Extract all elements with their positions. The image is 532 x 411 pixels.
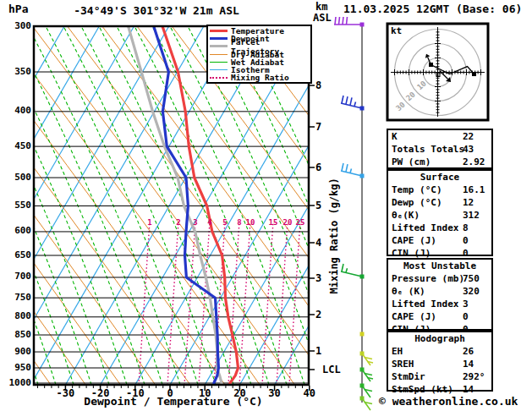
storm-motion-marker [472,72,476,76]
temp-tick-label: 30 [258,388,292,399]
temp-tick-label: -20 [84,388,118,399]
hodograph-unit-label: kt [391,26,402,36]
pressure-tick-label: 950 [7,363,31,373]
mixing-ratio-value-label: 4 [202,218,217,227]
stats-row: Dewp (°C)12 [388,196,491,209]
stats-row-value: 0 [463,234,469,247]
km-tick-label: 1 [315,346,321,357]
stats-box-title: Most Unstable [388,260,491,272]
pressure-tick-label: 800 [7,311,31,321]
stats-row: Totals Totals43 [388,143,491,156]
stats-row: StmDir292° [388,370,491,383]
stats-row-label: Pressure (mb) [392,273,464,284]
stats-row-value: 3 [463,298,469,310]
stats-row: θₑ(K)312 [388,209,491,222]
stats-row-label: Lifted Index [392,222,458,233]
stats-row-label: CAPE (J) [392,235,436,246]
stats-box-title: Surface [388,171,491,184]
stats-row: CAPE (J)0 [388,310,491,323]
legend-line-swatch [210,45,228,47]
wind-barb-icon [341,264,365,279]
pressure-tick-label: 550 [7,200,31,211]
temp-tick-label: 0 [153,388,187,399]
stats-row-value: 14 [463,383,474,396]
km-tick-label: 5 [315,200,321,211]
pressure-tick-label: 500 [7,173,31,183]
km-tick-label: 2 [315,310,321,321]
stats-row: EH26 [388,345,491,358]
pressure-unit-label: hPa [8,3,28,15]
legend-item-label: Mixing Ratio [231,73,289,82]
temp-tick-label: -10 [118,388,152,399]
wind-barb-icon [341,163,365,178]
pressure-tick-label: 750 [7,293,31,303]
stats-row-label: θₑ (K) [392,286,425,297]
legend-line-swatch [210,30,228,32]
stats-row-value: 750 [463,272,480,285]
mixing-ratio-value-label: 25 [293,218,308,227]
pressure-tick-label: 900 [7,347,31,357]
stats-row-value: 2.92 [463,156,485,168]
surface-stats-box: SurfaceTemp (°C)16.1Dewp (°C)12θₑ(K)312L… [387,169,493,256]
lcl-label: LCL [322,364,341,375]
stats-box-title: Hodograph [388,332,491,345]
temp-tick-label: 40 [293,388,326,399]
mixing-ratio-value-label: 5 [217,218,233,227]
temp-tick-label: 20 [222,388,256,399]
stats-row: Pressure (mb)750 [388,272,491,285]
km-tick-label: 4 [315,238,321,249]
mixing-ratio-value-label: 1 [142,218,157,227]
temp-tick-label: 10 [188,388,222,399]
legend-line-swatch [210,62,228,63]
hodograph-stats-box: HodographEH26SREH14StmDir292°StmSpd (kt)… [387,331,493,392]
stats-row-value: 0 [463,310,469,323]
stats-row: Temp (°C)16.1 [388,184,491,196]
stats-row-value: 14 [463,358,474,370]
asl-unit-label: ASL [313,13,332,24]
legend-line-swatch [210,37,228,40]
stats-row-label: CAPE (J) [392,311,436,322]
most-unstable-stats-box: Most UnstablePressure (mb)750θₑ (K)320Li… [387,258,493,331]
stats-row-label: θₑ(K) [392,210,420,221]
stats-row-value: 8 [463,222,469,234]
stats-row-value: 26 [463,345,474,358]
pressure-tick-label: 1000 [7,378,31,388]
stats-row-value: 16.1 [463,184,485,196]
stats-row: PW (cm)2.92 [388,156,491,168]
stats-row-label: SREH [392,359,414,370]
stats-row-label: K [392,131,398,142]
wind-barb-icon [341,96,365,111]
stats-row: Lifted Index3 [388,298,491,310]
wind-barb-icon [360,397,373,411]
wind-barb-icon [360,332,365,337]
stats-row: CAPE (J)0 [388,234,491,247]
stats-row-value: 22 [463,130,474,143]
legend-box: TemperatureDewpointParcel TrajectoryDry … [206,25,312,84]
mixing-ratio-value-label: 3 [188,218,203,227]
km-tick-label: 6 [315,162,321,173]
pressure-tick-label: 400 [7,106,31,116]
mixing-ratio-value-label: 15 [266,218,281,227]
stats-row-label: Totals Totals [392,144,464,155]
stats-row-label: StmDir [392,371,425,382]
chart-title: -34°49'S 301°32'W 21m ASL [34,5,279,17]
legend-line-swatch [210,69,228,70]
stats-row-value: 312 [463,209,480,222]
stats-row: SREH14 [388,358,491,370]
pressure-tick-label: 650 [7,250,31,260]
pressure-tick-label: 450 [7,141,31,151]
stats-row-label: PW (cm) [392,156,431,167]
mixing-ratio-axis-label: Mixing Ratio (g/kg) [329,183,340,294]
legend-line-swatch [210,54,228,55]
stats-row: K22 [388,130,491,143]
stats-row-value: 320 [463,285,480,298]
pressure-tick-label: 850 [7,330,31,340]
stats-row: StmSpd (kt)14 [388,383,491,396]
stats-row-label: EH [392,346,403,357]
pressure-tick-label: 300 [7,21,31,31]
stats-row-label: StmSpd (kt) [392,384,453,395]
skewt-sounding-page: { "header": { "pressure_unit": "hPa", "s… [0,0,532,411]
stats-row-label: Temp (°C) [392,184,442,195]
km-tick-label: 8 [315,80,321,91]
stats-row-label: Dewp (°C) [392,197,442,208]
